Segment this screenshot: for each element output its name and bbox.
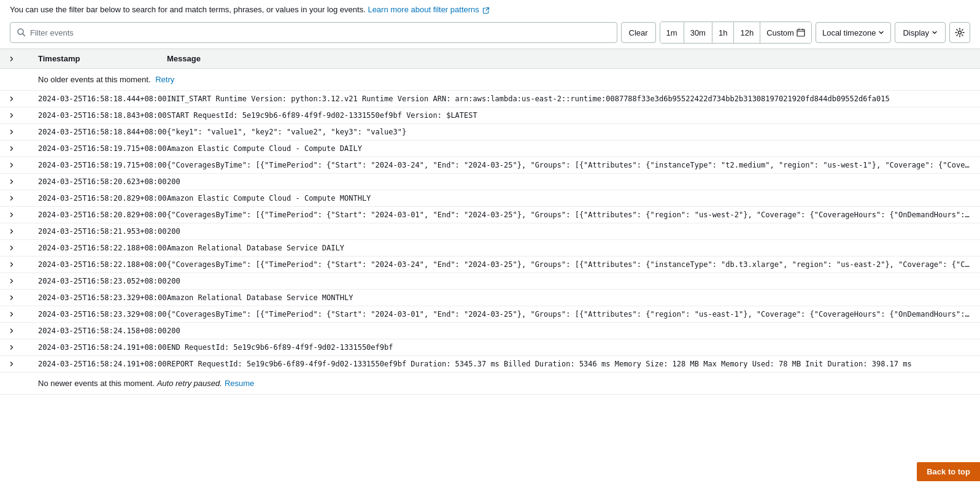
timestamp-cell: 2024-03-25T16:58:24.191+08:00 [31,339,160,356]
table-row: 2024-03-25T16:58:21.953+08:00200 [0,223,980,240]
chevron-right-icon [9,96,15,102]
table-row: 2024-03-25T16:58:24.191+08:00END Request… [0,339,980,356]
svg-rect-1 [797,29,804,36]
row-expand-button[interactable] [7,327,16,335]
row-expand-button[interactable] [7,227,16,236]
message-cell: {"CoveragesByTime": [{"TimePeriod": {"St… [160,306,980,323]
time-12h-button[interactable]: 12h [734,22,760,43]
chevron-right-icon [9,344,15,350]
chevron-right-icon [9,162,15,168]
row-expand-button[interactable] [7,244,16,252]
retry-link[interactable]: Retry [155,75,174,84]
message-cell: END RequestId: 5e19c9b6-6f89-4f9f-9d02-1… [160,339,980,356]
chevron-right-icon [9,245,15,251]
row-expand-button[interactable] [7,144,16,153]
search-wrapper [10,22,617,43]
message-cell: 200 [160,174,980,190]
table-row: 2024-03-25T16:58:19.715+08:00{"Coverages… [0,157,980,174]
no-older-text: No older events at this moment. [38,75,151,84]
chevron-right-icon [9,311,15,317]
chevron-down-icon [878,29,884,36]
clear-button[interactable]: Clear [621,22,656,43]
table-row: 2024-03-25T16:58:23.329+08:00Amazon Rela… [0,290,980,306]
message-cell: 200 [160,223,980,240]
table-row: 2024-03-25T16:58:24.191+08:00REPORT Requ… [0,356,980,373]
time-1m-button[interactable]: 1m [660,22,684,43]
row-expand-button[interactable] [7,293,16,302]
message-cell: {"key1": "value1", "key2": "value2", "ke… [160,124,980,141]
message-cell: Amazon Elastic Compute Cloud - Compute M… [160,190,980,207]
chevron-right-icon [9,228,15,234]
no-older-events-row: No older events at this moment. Retry [0,69,980,91]
timestamp-cell: 2024-03-25T16:58:18.844+08:00 [31,124,160,141]
no-newer-events-row: No newer events at this moment. Auto ret… [0,373,980,395]
timestamp-cell: 2024-03-25T16:58:24.158+08:00 [31,323,160,339]
row-expand-button[interactable] [7,277,16,285]
external-link-icon [482,7,490,14]
chevron-right-icon [9,295,15,301]
row-expand-button[interactable] [7,177,16,186]
timestamp-cell: 2024-03-25T16:58:20.829+08:00 [31,190,160,207]
svg-point-2 [959,31,962,34]
chevron-right-icon [9,278,15,284]
gear-icon [955,28,965,37]
message-cell: {"CoveragesByTime": [{"TimePeriod": {"St… [160,207,980,223]
timestamp-header: Timestamp [31,49,160,69]
message-cell: Amazon Relational Database Service DAILY [160,240,980,257]
table-row: 2024-03-25T16:58:23.052+08:00200 [0,273,980,290]
table-row: 2024-03-25T16:58:18.843+08:00START Reque… [0,107,980,124]
message-cell: REPORT RequestId: 5e19c9b6-6f89-4f9f-9d0… [160,356,980,373]
auto-retry-text: Auto retry paused. [157,379,222,388]
time-30m-button[interactable]: 30m [684,22,712,43]
timezone-button[interactable]: Local timezone [816,22,891,43]
chevron-right-icon [9,261,15,268]
row-expand-button[interactable] [7,161,16,169]
timestamp-cell: 2024-03-25T16:58:19.715+08:00 [31,141,160,157]
time-custom-button[interactable]: Custom [760,22,811,43]
row-expand-button[interactable] [7,343,16,352]
filter-bar: Clear 1m 30m 1h 12h Custom Local timezon… [0,18,980,48]
chevron-right-icon [9,328,15,334]
message-cell: {"CoveragesByTime": [{"TimePeriod": {"St… [160,257,980,273]
log-table: Timestamp Message No older events at thi… [0,48,980,395]
expand-all-button[interactable] [7,55,16,63]
row-expand-button[interactable] [7,260,16,269]
settings-button[interactable] [949,22,970,43]
row-expand-button[interactable] [7,128,16,136]
message-cell: Amazon Elastic Compute Cloud - Compute D… [160,141,980,157]
row-expand-button[interactable] [7,111,16,120]
no-newer-text: No newer events at this moment. [38,379,155,388]
banner-text: You can use the filter bar below to sear… [10,5,366,14]
timestamp-cell: 2024-03-25T16:58:23.052+08:00 [31,273,160,290]
table-row: 2024-03-25T16:58:23.329+08:00{"Coverages… [0,306,980,323]
row-expand-button[interactable] [7,194,16,203]
message-cell: Amazon Relational Database Service MONTH… [160,290,980,306]
table-row: 2024-03-25T16:58:18.444+08:00INIT_START … [0,91,980,107]
time-1h-button[interactable]: 1h [712,22,734,43]
chevron-right-icon [9,145,15,152]
display-button[interactable]: Display [895,22,946,43]
table-row: 2024-03-25T16:58:18.844+08:00{"key1": "v… [0,124,980,141]
chevron-right-icon [9,129,15,135]
message-header: Message [160,49,980,69]
message-cell: INIT_START Runtime Version: python:3.12.… [160,91,980,107]
table-row: 2024-03-25T16:58:19.715+08:00Amazon Elas… [0,141,980,157]
row-expand-button[interactable] [7,310,16,319]
row-expand-button[interactable] [7,360,16,368]
message-cell: {"CoveragesByTime": [{"TimePeriod": {"St… [160,157,980,174]
row-expand-button[interactable] [7,211,16,219]
chevron-right-icon [9,212,15,218]
timestamp-cell: 2024-03-25T16:58:20.829+08:00 [31,207,160,223]
table-row: 2024-03-25T16:58:20.829+08:00Amazon Elas… [0,190,980,207]
row-expand-button[interactable] [7,95,16,103]
message-cell: 200 [160,273,980,290]
timestamp-cell: 2024-03-25T16:58:22.188+08:00 [31,240,160,257]
filter-input[interactable] [30,28,611,37]
table-header-row: Timestamp Message [0,49,980,69]
timestamp-cell: 2024-03-25T16:58:19.715+08:00 [31,157,160,174]
learn-more-link[interactable]: Learn more about filter patterns [368,5,479,14]
chevron-right-icon [9,179,15,185]
timestamp-cell: 2024-03-25T16:58:21.953+08:00 [31,223,160,240]
timestamp-cell: 2024-03-25T16:58:23.329+08:00 [31,306,160,323]
resume-link[interactable]: Resume [225,379,254,388]
